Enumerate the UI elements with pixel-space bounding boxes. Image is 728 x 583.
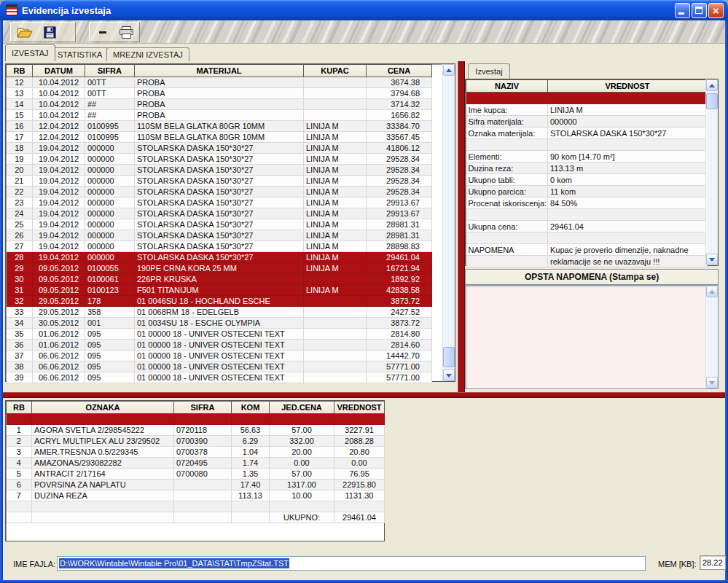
detail-row[interactable] — [466, 93, 708, 104]
detail-row[interactable]: Sifra materijala:000000 — [466, 116, 708, 128]
col-header-sifra[interactable]: SIFRA — [174, 402, 232, 414]
breakdown-row[interactable]: 7DUZINA REZA 113.13 10.001131.30 — [7, 490, 385, 501]
vertical-splitter[interactable] — [458, 61, 465, 392]
breakdown-row[interactable]: 6POVRSINA ZA NAPLATU 17.40 1317.0022915.… — [7, 480, 385, 490]
material-row[interactable]: 2019.04.2012 000000STOLARSKA DASKA 150*3… — [7, 165, 432, 176]
detail-row[interactable] — [466, 139, 708, 151]
toolbar-group-file — [10, 22, 76, 42]
scroll-down-button[interactable] — [443, 369, 455, 381]
tab-statistika[interactable]: STATISTIKA — [51, 47, 109, 61]
material-row[interactable]: 2119.04.2012 000000STOLARSKA DASKA 150*3… — [7, 176, 432, 187]
open-button[interactable] — [15, 23, 34, 41]
maximize-button[interactable] — [692, 3, 707, 18]
col-header-kupac[interactable]: KUPAC — [304, 65, 367, 77]
detail-row[interactable]: Elementi:90 kom [14.70 m²] — [466, 151, 708, 163]
remove-button[interactable] — [94, 23, 111, 41]
material-row[interactable]: 1410.04.2012 ##PROBA 3714.32 — [7, 99, 432, 110]
col-header-vrednost[interactable]: VREDNOST — [334, 402, 385, 414]
col-header-jed-cena[interactable]: JED.CENA — [270, 402, 334, 414]
minimize-button[interactable] — [675, 3, 690, 18]
detail-row[interactable] — [466, 232, 708, 244]
breakdown-row[interactable]: 1AGORA SVETLA 2/298545222 072011856.63 5… — [7, 425, 385, 436]
material-row[interactable]: 2519.04.2012 000000STOLARSKA DASKA 150*3… — [7, 219, 432, 230]
horizontal-splitter[interactable] — [3, 392, 725, 398]
material-row[interactable]: 3329.05.2012 35801 0068RM 18 - EDELGELB … — [7, 307, 432, 318]
maximize-icon — [695, 7, 702, 14]
material-row[interactable]: 2619.04.2012 000000STOLARSKA DASKA 150*3… — [7, 230, 432, 241]
breakdown-row[interactable]: 2ACRYL MULTIPLEX ALU 23/29502 07003906.2… — [7, 436, 385, 447]
col-header-kom[interactable]: KOM — [232, 402, 270, 414]
col-header-datum[interactable]: DATUM — [33, 65, 85, 77]
material-row[interactable]: 3806.06.2012 09501 00000 18 - UNIVER OST… — [7, 361, 432, 372]
mem-value: 28.22 — [702, 558, 723, 567]
printer-icon — [119, 26, 134, 39]
scroll-up-button[interactable] — [706, 286, 718, 297]
detail-row[interactable] — [466, 209, 708, 221]
material-row[interactable]: 3009.05.2012 0100061226PR KRUSKA 1892.92 — [7, 274, 432, 285]
material-row[interactable]: 3906.06.2012 09501 00000 18 - UNIVER OST… — [7, 372, 432, 383]
material-row[interactable]: 2909.05.2012 0100055190PE CRNA KORA 25 M… — [7, 263, 432, 274]
detail-row[interactable]: Ukupno parcica:11 kom — [466, 186, 708, 197]
detail-row[interactable]: reklamacije se ne uvazavaju !!! — [466, 256, 708, 267]
detail-row[interactable]: Ukupno tabli:0 kom — [466, 174, 708, 186]
close-button[interactable]: × — [708, 3, 724, 18]
detail-scrollbar[interactable] — [705, 79, 718, 265]
col-header-materijal[interactable]: MATERIJAL — [135, 65, 304, 77]
col-header-oznaka[interactable]: OZNAKA — [32, 402, 174, 414]
material-row[interactable]: 1712.04.2012 0100995110SM BELA GLATKA 80… — [7, 132, 432, 143]
scroll-down-button[interactable] — [706, 254, 718, 265]
print-button[interactable] — [117, 23, 135, 41]
material-row[interactable]: 2719.04.2012 000000STOLARSKA DASKA 150*3… — [7, 241, 432, 252]
opsta-napomena-memo[interactable] — [465, 285, 719, 389]
material-row[interactable]: 3109.05.2012 0100123F501 TITANIJUM LINIJ… — [7, 285, 432, 296]
scrollbar-thumb[interactable] — [443, 347, 455, 367]
breakdown-row[interactable] — [7, 501, 385, 512]
material-row[interactable]: 2219.04.2012 000000STOLARSKA DASKA 150*3… — [7, 187, 432, 197]
memo-scrollbar[interactable] — [705, 286, 718, 388]
main-tabstrip: IZVESTAJ STATISTIKA MREZNI IZVESTAJ — [3, 44, 725, 61]
material-row[interactable]: 3501.06.2012 09501 00000 18 - UNIVER OST… — [7, 329, 432, 340]
scroll-up-button[interactable] — [706, 79, 718, 91]
material-row[interactable]: 2819.04.2012 000000STOLARSKA DASKA 150*3… — [7, 252, 432, 263]
scroll-down-button[interactable] — [706, 377, 718, 388]
detail-row[interactable]: Duzina reza:113.13 m — [466, 163, 708, 174]
close-icon: × — [709, 4, 723, 17]
scroll-up-button[interactable] — [443, 64, 455, 76]
breakdown-row[interactable] — [7, 414, 385, 425]
tab-izvestaj[interactable]: IZVESTAJ — [5, 44, 55, 61]
material-row[interactable]: 1919.04.2012 000000STOLARSKA DASKA 150*3… — [7, 154, 432, 165]
material-row[interactable]: 1510.04.2012 ##PROBA 1656.82 — [7, 110, 432, 121]
material-row[interactable]: 1819.04.2012 000000STOLARSKA DASKA 150*3… — [7, 143, 432, 154]
col-header-vrednost[interactable]: VREDNOST — [548, 80, 708, 93]
tab-mrezni-izvestaj[interactable]: MREZNI IZVESTAJ — [106, 47, 189, 61]
col-header-rb[interactable]: RB — [7, 402, 32, 414]
detail-row[interactable]: Ime kupca:LINIJA M — [466, 104, 708, 116]
material-row[interactable]: 1612.04.2012 0100995110SM BELA GLATKA 80… — [7, 121, 432, 132]
col-header-rb[interactable]: RB — [7, 65, 33, 77]
scrollbar-thumb[interactable] — [706, 93, 718, 109]
col-header-naziv[interactable]: NAZIV — [466, 80, 548, 93]
material-row[interactable]: 3430.05.2012 00101 0034SU 18 - ESCHE OLY… — [7, 318, 432, 329]
material-row[interactable]: 3229.05.2012 17801 0046SU 18 - HOCHLAND … — [7, 296, 432, 307]
file-name-input[interactable]: D:\WORK\Wintable\Wintable Pro\01_DATA\ST… — [57, 556, 646, 571]
breakdown-row[interactable]: 5ANTRACIT 2/17164 07000801.35 57.0076.95 — [7, 469, 385, 480]
breakdown-row[interactable]: 4AMAZONAS/293082282 07204951.74 0.000.00 — [7, 458, 385, 469]
breakdown-row[interactable]: UKUPNO:29461.04 — [7, 512, 385, 523]
detail-row[interactable]: Procenat iskoriscenja:84.50% — [466, 197, 708, 209]
material-row[interactable]: 2419.04.2012 000000STOLARSKA DASKA 150*3… — [7, 208, 432, 219]
detail-row[interactable]: Ukupna cena:29461.04 — [466, 221, 708, 232]
col-header-cena[interactable]: CENA — [367, 65, 432, 77]
detail-row[interactable]: Oznaka materijala:STOLARSKA DASKA 150*30… — [466, 128, 708, 139]
material-row[interactable]: 3601.06.2012 09501 00000 18 - UNIVER OST… — [7, 340, 432, 351]
detail-row[interactable]: NAPOMENAKupac je proverio dimenzije, nak… — [466, 244, 708, 256]
material-row[interactable]: 1210.04.2012 00TTPROBA 3674.38 — [7, 77, 432, 88]
breakdown-row[interactable]: 3AMER.TRESNJA 0.5/229345 07003781.04 20.… — [7, 447, 385, 458]
material-row[interactable]: 1310.04.2012 00TTPROBA 3794.68 — [7, 88, 432, 99]
materials-scrollbar[interactable] — [442, 64, 455, 381]
detail-tab-izvestaj[interactable]: Izvestaj — [468, 63, 510, 79]
mem-value-field[interactable]: 28.22 — [700, 555, 726, 570]
save-button[interactable] — [40, 23, 59, 41]
col-header-sifra[interactable]: SIFRA — [85, 65, 135, 77]
material-row[interactable]: 3706.06.2012 09501 00000 18 - UNIVER OST… — [7, 351, 432, 361]
material-row[interactable]: 2319.04.2012 000000STOLARSKA DASKA 150*3… — [7, 197, 432, 208]
